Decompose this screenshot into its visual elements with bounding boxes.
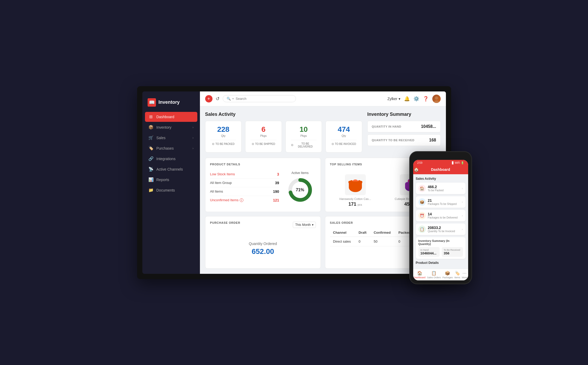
phone-delivered-icon: ⏰ <box>418 212 426 219</box>
po-label: Quantity Ordered <box>249 242 277 246</box>
phone-status-bar: 2:59 ▊ WiFi 🔋 <box>413 160 468 166</box>
dashboard-icon: ⊞ <box>149 115 153 119</box>
chevron-right-icon: › <box>193 146 194 150</box>
top-item-1-image <box>345 174 366 195</box>
unconfirmed-row[interactable]: Unconfirmed Items i 121 <box>210 196 279 204</box>
phone-packed-label: To be Packed <box>428 189 460 192</box>
top-section: Sales Activity 228 Qty ⊙ TO BE PACKED <box>205 112 441 152</box>
inventory-summary-title: Inventory Summary <box>367 112 441 117</box>
topbar-right: Zylker ▾ 🔔 ⚙️ ❓ <box>387 95 440 103</box>
sidebar-item-label: Inventory <box>156 125 172 129</box>
topbar: + ↺ 🔍 ▾ Zylker ▾ 🔔 ⚙️ ❓ <box>200 91 446 106</box>
settings-icon[interactable]: ⚙️ <box>413 96 419 102</box>
phone-activity-2[interactable]: 📦 21 Packages To be Shipped › <box>416 196 466 208</box>
delivered-value: 10 <box>291 125 317 134</box>
donut-percent: 71% <box>296 188 304 192</box>
delivered-icon: ⊙ <box>291 143 293 147</box>
sidebar-item-dashboard[interactable]: ⊞ Dashboard <box>145 112 197 122</box>
phone-content: Sales Activity 🏠 466.2 To be Packed › 📦 … <box>413 174 468 269</box>
cell-draft: 0 <box>355 237 371 246</box>
sidebar-item-sales[interactable]: 🛒 Sales › <box>145 133 197 143</box>
phone-inv-summary: Inventory Summary (In Quantity) In Hand … <box>416 237 466 259</box>
phone-signal-icons: ▊ WiFi 🔋 <box>452 161 464 164</box>
phone-activity-4[interactable]: 📋 20833.2 Quantity To be Invoiced › <box>416 224 466 235</box>
help-icon[interactable]: ❓ <box>423 96 429 102</box>
company-selector[interactable]: Zylker ▾ <box>387 97 400 101</box>
delivered-card[interactable]: 10 Pkgs ⊙ TO BE DELIVERED <box>285 121 322 152</box>
sidebar: 📖 Inventory ⊞ Dashboard 📦 Inventory › 🛒 … <box>142 91 200 274</box>
invoiced-value: 474 <box>331 125 357 134</box>
inventory-icon: 📦 <box>149 125 153 130</box>
shipped-unit: Pkgs <box>251 134 276 137</box>
sales-icon: 🛒 <box>149 135 153 140</box>
documents-icon: 📁 <box>149 188 153 193</box>
low-stock-row[interactable]: Low Stock Items 3 <box>210 170 279 179</box>
period-select[interactable]: This Month ▾ <box>293 222 316 228</box>
qty-in-hand-value: 10458... <box>421 124 436 129</box>
po-value: 652.00 <box>252 247 274 256</box>
phone-screen: 2:59 ▊ WiFi 🔋 🏠 Dashboard Sales Activity… <box>413 160 468 280</box>
phone-sales-title: Sales Activity <box>416 177 466 181</box>
company-name: Zylker <box>387 97 397 101</box>
qty-to-receive-row: QUANTITY TO BE RECEIVED 168 <box>367 134 441 146</box>
invoiced-card[interactable]: 474 Qty ⊙ TO BE INVOICED <box>326 121 362 152</box>
phone-activity-3[interactable]: ⏰ 14 Packages to be Delivered › <box>416 210 466 221</box>
search-bar[interactable]: 🔍 ▾ <box>223 95 296 102</box>
item-group-row: All Item Group 39 <box>210 179 279 187</box>
shipped-card[interactable]: 6 Pkgs ⊙ TO BE SHIPPED <box>245 121 282 152</box>
all-items-label: All Items <box>210 189 223 193</box>
product-details-title: PRODUCT DETAILS <box>210 163 316 166</box>
packed-card[interactable]: 228 Qty ⊙ TO BE PACKED <box>205 121 242 152</box>
purchase-order-card: PURCHASE ORDER This Month ▾ Quantity Ord… <box>205 216 321 269</box>
packed-value: 228 <box>211 125 236 134</box>
history-icon[interactable]: ↺ <box>216 96 220 102</box>
sidebar-nav: ⊞ Dashboard 📦 Inventory › 🛒 Sales › 🏷️ P… <box>142 112 200 195</box>
donut-wrapper: 71% <box>287 177 313 203</box>
sales-activity-title: Sales Activity <box>205 112 362 117</box>
avatar[interactable] <box>432 95 441 103</box>
phone-notch <box>433 155 449 159</box>
phone-nav-sales-orders[interactable]: 📋 Sales Orders <box>427 271 441 279</box>
notifications-icon[interactable]: 🔔 <box>404 96 410 102</box>
po-content: Quantity Ordered 652.00 <box>210 234 316 264</box>
channels-icon: 📡 <box>149 167 153 172</box>
chevron-right-icon: › <box>193 126 194 129</box>
col-draft: Draft <box>355 228 371 237</box>
phone-nav-items[interactable]: 🏷️ Items <box>455 271 460 279</box>
item-group-value: 39 <box>275 181 279 185</box>
middle-section: PRODUCT DETAILS Low Stock Items 3 All It… <box>205 158 441 212</box>
phone-nav-dashboard-icon: 🏠 <box>417 271 422 276</box>
info-icon[interactable]: i <box>240 198 243 202</box>
phone-activity-1[interactable]: 🏠 466.2 To be Packed › <box>416 183 466 194</box>
phone-delivered-value: 14 <box>428 212 460 216</box>
integrations-icon: 🔗 <box>149 156 153 161</box>
phone-nav-packages[interactable]: 📦 Packages <box>443 271 453 279</box>
phone-mockup: 2:59 ▊ WiFi 🔋 🏠 Dashboard Sales Activity… <box>409 151 472 284</box>
add-button[interactable]: + <box>205 95 212 102</box>
search-input[interactable] <box>236 97 292 101</box>
low-stock-label: Low Stock Items <box>210 172 235 176</box>
phone-nav-more-icon: ⋯ <box>462 271 467 276</box>
delivered-unit: Pkgs <box>291 134 317 137</box>
svg-point-0 <box>435 96 438 100</box>
phone-shipped-label: Packages To be Shipped <box>428 203 460 205</box>
svg-point-1 <box>434 100 439 103</box>
all-items-row: All Items 190 <box>210 187 279 196</box>
phone-time: 2:59 <box>417 161 422 164</box>
sidebar-item-documents[interactable]: 📁 Documents <box>145 185 197 195</box>
sidebar-item-purchases[interactable]: 🏷️ Purchases › <box>145 143 197 153</box>
sidebar-item-reports[interactable]: 📊 Reports <box>145 175 197 185</box>
phone-nav-more[interactable]: ⋯ More <box>462 271 467 279</box>
sidebar-item-inventory[interactable]: 📦 Inventory › <box>145 122 197 132</box>
invoiced-unit: Qty <box>331 134 357 137</box>
search-icon: 🔍 <box>227 97 231 101</box>
cell-channel: Direct sales <box>330 237 356 246</box>
phone-packed-text: 466.2 To be Packed <box>428 185 460 192</box>
phone-product-title: Product Details <box>416 261 466 265</box>
phone-nav-dashboard[interactable]: 🏠 Dashboard <box>414 271 425 279</box>
top-item-1-qty: 171 pcs <box>330 201 381 207</box>
sidebar-item-active-channels[interactable]: 📡 Active Channels <box>145 164 197 174</box>
sidebar-item-integrations[interactable]: 🔗 Integrations <box>145 154 197 164</box>
chevron-right-icon: › <box>462 214 463 217</box>
top-item-1[interactable]: Hanswooly Cotton Cas... 171 pcs <box>330 174 381 207</box>
